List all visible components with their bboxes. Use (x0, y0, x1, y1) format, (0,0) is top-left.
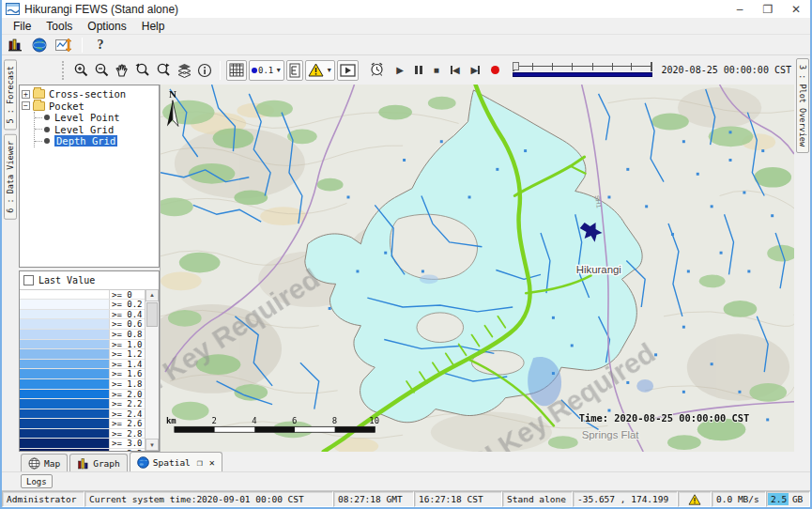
tree-item-cross-section[interactable]: + Cross-section (22, 88, 157, 100)
map-canvas[interactable]: SH1 (161, 85, 794, 452)
legend-row[interactable]: >= 2.6 (20, 419, 145, 429)
tree-item-level-point[interactable]: Level Point (35, 112, 157, 124)
zoom-previous-button[interactable] (132, 60, 153, 81)
tab-spatial[interactable]: Spatial ❐ ✕ (130, 452, 222, 471)
legend-row[interactable]: >= 0.4 (20, 310, 145, 320)
legend-swatch (20, 330, 110, 339)
legend-swatch (20, 439, 110, 448)
folder-icon (33, 89, 45, 99)
close-button[interactable]: ✕ (782, 0, 810, 18)
step-back-button[interactable]: ◀ (451, 65, 460, 75)
scroll-thumb[interactable] (146, 302, 158, 327)
minimize-button[interactable]: – (726, 0, 754, 18)
svg-text:6: 6 (292, 416, 297, 425)
expand-icon[interactable]: + (22, 90, 30, 99)
threshold-dropdown[interactable]: 0.1 ▼ (249, 60, 284, 81)
legend-swatch (20, 319, 110, 329)
legend-row[interactable]: >= 2.4 (20, 409, 145, 420)
step-forward-button[interactable]: ▶ (471, 65, 481, 75)
zoom-out-button[interactable] (91, 60, 112, 81)
zoom-next-button[interactable] (153, 60, 174, 81)
tab-data-viewer[interactable]: 6 : Data Viewer (4, 134, 17, 220)
status-mode: Stand alone (502, 491, 573, 507)
legend-swatch (20, 349, 110, 359)
data-display-icon[interactable] (6, 37, 24, 54)
scroll-down-icon[interactable]: ▼ (146, 439, 159, 451)
legend-row[interactable]: >= 1.0 (20, 340, 145, 350)
legend-row[interactable]: >= 1.4 (20, 360, 145, 370)
profile-button[interactable] (286, 60, 303, 81)
zoom-in-button[interactable] (70, 60, 91, 81)
legend-row[interactable]: >= 3.2 (20, 449, 145, 451)
tab-forecast[interactable]: 5 : Forecast (4, 59, 17, 130)
legend-row[interactable]: >= 0 (20, 290, 145, 301)
timeseries-edit-icon[interactable] (54, 37, 73, 54)
stop-button[interactable]: ■ (434, 65, 439, 75)
legend-swatch (20, 340, 110, 349)
legend-row[interactable]: >= 1.6 (20, 369, 145, 379)
maximize-button[interactable]: ❐ (754, 0, 782, 18)
folder-icon (33, 101, 45, 111)
legend-row[interactable]: >= 2.0 (20, 390, 145, 400)
time-slider[interactable] (513, 61, 651, 80)
bullet-icon (44, 127, 50, 132)
menu-file[interactable]: File (6, 20, 38, 33)
legend-row[interactable]: >= 1.2 (20, 349, 145, 360)
application-window: Hikurangi FEWS (Stand alone) – ❐ ✕ File … (0, 0, 812, 509)
layer-tree: + Cross-section − Pocket (19, 85, 160, 268)
legend-row[interactable]: >= 2.8 (20, 429, 145, 440)
legend-scrollbar[interactable]: ▲ ▼ (145, 289, 159, 451)
status-memory: 2.5 GB (766, 491, 810, 507)
legend-swatch (20, 449, 110, 451)
play-button[interactable]: ▶ (396, 65, 404, 75)
tab-close-icon[interactable]: ✕ (209, 457, 215, 468)
info-button[interactable] (194, 60, 215, 81)
menu-help[interactable]: Help (134, 20, 173, 33)
animate-button[interactable] (337, 60, 359, 81)
warning-dropdown[interactable]: ▼ (305, 60, 335, 81)
spatial-display-icon[interactable] (30, 37, 49, 54)
legend-swatch (20, 429, 110, 439)
legend-row[interactable]: >= 2.2 (20, 399, 145, 409)
last-value-label: Last Value (38, 275, 95, 285)
pause-button[interactable] (415, 66, 422, 74)
grid-display-button[interactable] (226, 60, 247, 81)
record-button[interactable] (491, 66, 499, 74)
legend-row[interactable]: >= 0.2 (20, 300, 145, 310)
layers-button[interactable] (174, 60, 194, 81)
legend-swatch (20, 399, 110, 409)
legend-row[interactable]: >= 3.0 (20, 439, 145, 449)
place-label-hikurangi: Hikurangi (576, 264, 621, 275)
status-warning[interactable] (678, 491, 712, 507)
legend-row[interactable]: >= 0.8 (20, 330, 145, 340)
tab-plot-overview[interactable]: 3 : Plot Overview (796, 58, 809, 153)
tree-item-level-grid[interactable]: Level Grid (35, 124, 157, 136)
tree-label: Pocket (49, 100, 84, 112)
last-value-checkbox[interactable] (23, 275, 34, 285)
map-view[interactable]: SH1 (160, 85, 794, 452)
status-gmt-time: 08:27:18 GMT (333, 491, 414, 507)
menu-tools[interactable]: Tools (38, 20, 80, 33)
tab-maximize-icon[interactable]: ❐ (197, 457, 203, 468)
toolbar-grip[interactable] (62, 61, 65, 80)
menu-options[interactable]: Options (80, 20, 133, 33)
svg-text:8: 8 (332, 416, 337, 425)
current-datetime: 2020-08-25 00:00:00 CST (662, 65, 794, 75)
legend-swatch (20, 360, 110, 369)
timer-button[interactable] (369, 61, 385, 80)
scroll-up-icon[interactable]: ▲ (146, 289, 159, 301)
collapse-icon[interactable]: − (22, 101, 30, 110)
legend-row[interactable]: >= 0.6 (20, 319, 145, 330)
warning-icon (688, 494, 701, 505)
legend-row[interactable]: >= 1.8 (20, 379, 145, 390)
time-slider-handle[interactable] (513, 62, 519, 70)
chevron-down-icon: ▼ (275, 67, 282, 73)
tab-map[interactable]: Map (21, 454, 68, 471)
tab-graph[interactable]: Graph (69, 454, 128, 471)
help-button[interactable]: ? (91, 37, 110, 54)
tree-item-depth-grid[interactable]: Depth Grid (35, 135, 157, 147)
pan-button[interactable] (112, 60, 132, 81)
bullet-icon (44, 138, 50, 144)
logs-button[interactable]: Logs (21, 474, 53, 488)
tree-item-pocket[interactable]: − Pocket (22, 100, 157, 113)
